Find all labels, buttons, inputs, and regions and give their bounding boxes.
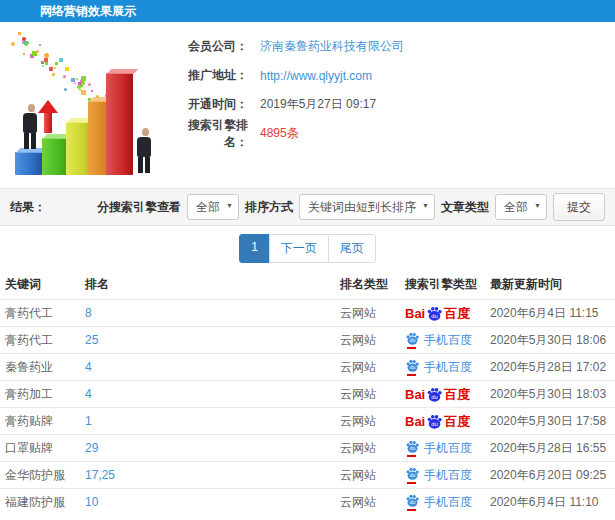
member-info: 会员公司： 济南秦鲁药业科技有限公司 推广地址： http://www.qlyy… — [170, 32, 600, 148]
updated-cell: 2020年5月30日 18:03 — [485, 381, 615, 408]
svg-text:du: du — [410, 472, 416, 478]
article-type-select[interactable]: 全部 — [495, 194, 547, 220]
mobile-baidu-badge[interactable]: du 手机百度 — [405, 494, 472, 509]
mobile-baidu-label: 手机百度 — [424, 442, 472, 454]
col-engine-type: 搜索引擎类型 — [400, 270, 485, 300]
page-title: 网络营销效果展示 — [0, 0, 615, 22]
col-updated: 最新更新时间 — [485, 270, 615, 300]
baidu-logo: Bai du 百度 — [405, 414, 470, 429]
next-page-button[interactable]: 下一页 — [269, 234, 329, 263]
results-filter-bar: 结果： 分搜索引擎查看 全部▼ 排序方式 关键词由短到长排序▼ 文章类型 全部▼… — [0, 188, 615, 226]
updated-cell: 2020年5月28日 17:02 — [485, 354, 615, 381]
mobile-baidu-paw-icon: du — [405, 440, 420, 453]
svg-text:du: du — [432, 393, 438, 399]
keyword-cell: 膏药贴牌 — [0, 408, 80, 435]
chart-bar-blue — [15, 152, 42, 175]
info-field-value: 4895条 — [260, 125, 299, 142]
growth-arrow-icon — [38, 100, 58, 134]
engine-cell: Bai du 百度 du — [400, 435, 485, 462]
engine-cell: Bai du 百度 du — [400, 408, 485, 435]
keyword-cell: 膏药代工 — [0, 327, 80, 354]
rank-type-cell: 云网站 — [335, 300, 400, 327]
baidu-paw-icon: du — [426, 306, 443, 321]
info-field-value: 2019年5月27日 09:17 — [260, 96, 376, 113]
table-row: 秦鲁药业 4 云网站 Bai du 百度 — [0, 354, 615, 381]
baidu-underline-decoration — [407, 455, 416, 457]
pagination: 1 下一页 尾页 — [239, 234, 376, 263]
svg-text:du: du — [432, 420, 438, 426]
mobile-baidu-label: 手机百度 — [424, 469, 472, 481]
engine-cell: Bai du 百度 du — [400, 354, 485, 381]
bar-chart-illustration — [2, 28, 177, 180]
page-1-button[interactable]: 1 — [239, 234, 270, 263]
info-field-label: 开通时间： — [170, 96, 248, 113]
chart-bar-green — [42, 138, 69, 175]
baidu-paw-icon: du — [426, 387, 443, 402]
info-field: 开通时间： 2019年5月27日 09:17 — [170, 90, 600, 119]
rank-link[interactable]: 29 — [85, 441, 98, 455]
article-type-label: 文章类型 — [441, 199, 489, 216]
mobile-baidu-badge[interactable]: du 手机百度 — [405, 467, 472, 482]
engine-filter-select[interactable]: 全部 — [187, 194, 239, 220]
mobile-baidu-badge[interactable]: du 手机百度 — [405, 359, 472, 374]
table-row: 膏药贴牌 1 云网站 Bai du 百度 — [0, 408, 615, 435]
engine-cell: Bai du 百度 du — [400, 300, 485, 327]
info-field: 推广地址： http://www.qlyyjt.com — [170, 61, 600, 90]
rank-link[interactable]: 17,25 — [85, 468, 115, 482]
submit-button[interactable]: 提交 — [553, 193, 605, 221]
last-page-button[interactable]: 尾页 — [328, 234, 376, 263]
engine-cell: Bai du 百度 du — [400, 327, 485, 354]
updated-cell: 2020年5月30日 17:58 — [485, 408, 615, 435]
rank-type-cell: 云网站 — [335, 327, 400, 354]
businessman-left — [23, 104, 37, 149]
rank-type-cell: 云网站 — [335, 354, 400, 381]
baidu-underline-decoration — [407, 482, 416, 484]
chart-bar-red — [106, 73, 133, 175]
table-row: 金华防护服 17,25 云网站 Bai du 百度 — [0, 462, 615, 489]
col-rank: 排名 — [80, 270, 335, 300]
updated-cell: 2020年5月28日 16:55 — [485, 435, 615, 462]
mobile-baidu-badge[interactable]: du 手机百度 — [405, 332, 472, 347]
mobile-baidu-label: 手机百度 — [424, 361, 472, 373]
keyword-cell: 秦鲁药业 — [0, 354, 80, 381]
info-field: 搜索引擎排名： 4895条 — [170, 119, 600, 148]
rank-type-cell: 云网站 — [335, 408, 400, 435]
svg-text:du: du — [432, 312, 438, 318]
info-field-label: 会员公司： — [170, 38, 248, 55]
engine-cell: Bai du 百度 du — [400, 381, 485, 408]
rank-link[interactable]: 10 — [85, 495, 98, 509]
svg-text:du: du — [410, 337, 416, 343]
baidu-logo: Bai du 百度 — [405, 387, 470, 402]
table-row: 膏药代工 25 云网站 Bai du 百度 — [0, 327, 615, 354]
rank-link[interactable]: 4 — [85, 387, 92, 401]
rank-type-cell: 云网站 — [335, 381, 400, 408]
baidu-paw-icon: du — [426, 414, 443, 429]
rank-link[interactable]: 4 — [85, 360, 92, 374]
svg-text:du: du — [410, 445, 416, 451]
info-field-value[interactable]: 济南秦鲁药业科技有限公司 — [260, 38, 404, 55]
table-row: 福建防护服 10 云网站 Bai du 百度 — [0, 489, 615, 516]
rank-type-cell: 云网站 — [335, 435, 400, 462]
keyword-cell: 膏药加工 — [0, 381, 80, 408]
keyword-cell: 口罩贴牌 — [0, 435, 80, 462]
table-header-row: 关键词 排名 排名类型 搜索引擎类型 最新更新时间 — [0, 270, 615, 300]
results-label: 结果： — [10, 199, 46, 216]
info-field-value[interactable]: http://www.qlyyjt.com — [260, 69, 372, 83]
updated-cell: 2020年6月20日 09:25 — [485, 462, 615, 489]
updated-cell: 2020年6月4日 11:10 — [485, 489, 615, 516]
col-rank-type: 排名类型 — [335, 270, 400, 300]
rank-link[interactable]: 8 — [85, 306, 92, 320]
rank-type-cell: 云网站 — [335, 462, 400, 489]
rank-link[interactable]: 1 — [85, 414, 92, 428]
keyword-cell: 金华防护服 — [0, 462, 80, 489]
col-keyword: 关键词 — [0, 270, 80, 300]
info-field: 会员公司： 济南秦鲁药业科技有限公司 — [170, 32, 600, 61]
sort-select[interactable]: 关键词由短到长排序 — [299, 194, 435, 220]
mobile-baidu-badge[interactable]: du 手机百度 — [405, 440, 472, 455]
summary-section: 会员公司： 济南秦鲁药业科技有限公司 推广地址： http://www.qlyy… — [0, 22, 615, 188]
table-row: 膏药代工 8 云网站 Bai du 百度 — [0, 300, 615, 327]
svg-text:du: du — [410, 364, 416, 370]
engine-filter-label: 分搜索引擎查看 — [97, 199, 181, 216]
table-row: 膏药加工 4 云网站 Bai du 百度 — [0, 381, 615, 408]
rank-link[interactable]: 25 — [85, 333, 98, 347]
